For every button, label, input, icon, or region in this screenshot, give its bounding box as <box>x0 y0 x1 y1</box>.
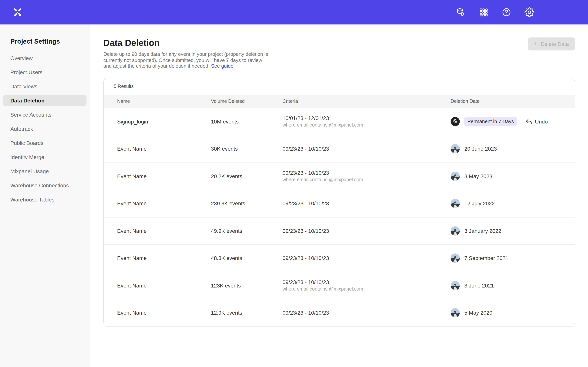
sidebar-item-identity-merge[interactable]: Identity Merge <box>3 151 86 163</box>
row-volume: 20.2K events <box>211 173 283 179</box>
row-volume: 123K events <box>211 283 283 289</box>
page-description-text: Delete up to 90 days data for any event … <box>103 51 268 69</box>
page-title: Data Deletion <box>103 38 575 48</box>
table-body: Signup_login 10M events 10/01/23 - 12/01… <box>104 108 575 326</box>
row-name: Event Name <box>117 310 211 316</box>
row-criteria-range: 09/23/23 - 10/10/23 <box>283 146 450 152</box>
sidebar-item-label: Data Deletion <box>10 98 45 104</box>
row-criteria: 09/23/23 - 10/10/23 <box>283 200 450 207</box>
sidebar-item-label: Warehouse Tables <box>10 197 54 203</box>
row-criteria-filter: where email contains @mixpanel.com <box>283 123 450 128</box>
row-volume: 239.3K events <box>211 200 283 207</box>
results-bar: 5 Results <box>104 78 575 95</box>
row-name: Event Name <box>117 255 211 261</box>
table-header-row: Name Volume Deleted Criteria Deletion Da… <box>104 95 575 108</box>
row-deletion-date-cell: 3 January 2022 <box>450 226 565 235</box>
row-criteria: 09/23/23 - 10/10/23 <box>283 255 450 261</box>
sidebar-item-data-views[interactable]: Data Views <box>3 81 86 92</box>
row-criteria-range: 10/01/23 - 12/01/23 <box>283 115 450 121</box>
sidebar-item-public-boards[interactable]: Public Boards <box>3 137 86 149</box>
sidebar-item-label: Overview <box>10 55 33 61</box>
sidebar-item-label: Data Views <box>10 83 37 90</box>
sidebar-item-data-deletion[interactable]: Data Deletion <box>3 95 86 106</box>
row-criteria-range: 09/23/23 - 10/10/23 <box>283 200 450 207</box>
table-row: Event Name 48.3K events 09/23/23 - 10/10… <box>104 245 575 272</box>
help-icon[interactable] <box>502 7 511 17</box>
sidebar-item-project-users[interactable]: Project Users <box>3 67 86 78</box>
apps-grid-icon[interactable] <box>478 7 488 17</box>
user-avatar-dark <box>450 117 460 126</box>
deletion-date: 12 July 2022 <box>464 200 495 207</box>
main-content: Data Deletion Delete up to 90 days data … <box>90 25 588 367</box>
table-row: Event Name 49.9K events 09/23/23 - 10/10… <box>104 217 575 245</box>
results-count: 5 Results <box>114 83 134 89</box>
data-management-icon[interactable] <box>456 7 466 17</box>
column-header-name: Name <box>117 99 211 104</box>
sidebar-item-overview[interactable]: Overview <box>3 52 86 64</box>
sidebar-item-label: Service Accounts <box>10 112 52 118</box>
undo-button[interactable]: Undo <box>525 118 548 125</box>
column-header-criteria: Criteria <box>283 99 450 104</box>
app-root: Project Settings Overview Project Users … <box>0 0 588 367</box>
row-deletion-date-cell: 20 June 2023 <box>450 144 565 153</box>
sidebar-item-label: Mixpanel Usage <box>10 168 49 174</box>
row-volume: 48.3K events <box>211 255 283 261</box>
sidebar-nav-list: Overview Project Users Data Views Data D… <box>0 52 90 205</box>
user-avatar <box>450 144 460 153</box>
user-avatar <box>450 172 460 181</box>
see-guide-link[interactable]: See guide <box>211 63 233 69</box>
permanent-badge: Permanent in 7 Days <box>464 117 517 126</box>
row-volume: 30K events <box>211 146 283 152</box>
table-row: Event Name 123K events 09/23/23 - 10/10/… <box>104 272 575 299</box>
table-row: Event Name 239.3K events 09/23/23 - 10/1… <box>104 190 575 217</box>
delete-data-button-label: Delete Data <box>541 41 569 47</box>
deletion-date: 3 January 2022 <box>464 228 501 234</box>
topbar-icon-group <box>456 7 534 17</box>
row-criteria-range: 09/23/23 - 10/10/23 <box>283 228 450 234</box>
settings-icon[interactable] <box>524 7 534 17</box>
row-criteria: 09/23/23 - 10/10/23 where email contains… <box>283 279 450 292</box>
sidebar-item-warehouse-connections[interactable]: Warehouse Connections <box>3 180 86 191</box>
row-criteria-filter: where email contains @mixpanel.com <box>283 177 450 183</box>
table-row: Signup_login 10M events 10/01/23 - 12/01… <box>104 108 575 135</box>
row-volume: 49.9K events <box>211 228 283 234</box>
page-description: Delete up to 90 days data for any event … <box>103 51 271 69</box>
deletion-date: 20 June 2023 <box>464 146 497 152</box>
row-deletion-date-cell: 3 May 2023 <box>450 172 565 181</box>
row-criteria: 09/23/23 - 10/10/23 <box>283 146 450 152</box>
table-row: Event Name 20.2K events 09/23/23 - 10/10… <box>104 163 575 190</box>
sidebar-item-mixpanel-usage[interactable]: Mixpanel Usage <box>3 166 86 177</box>
row-volume: 12.9K events <box>211 310 283 316</box>
sidebar-item-label: Public Boards <box>10 140 43 146</box>
sidebar-item-label: Warehouse Connections <box>10 182 69 188</box>
row-criteria: 09/23/23 - 10/10/23 <box>283 228 450 234</box>
deletion-date: 3 May 2023 <box>464 173 492 179</box>
row-criteria-filter: where email contains @mixpanel.com <box>283 286 450 292</box>
sidebar-item-label: Identity Merge <box>10 154 44 160</box>
row-criteria-range: 09/23/23 - 10/10/23 <box>283 279 450 285</box>
column-header-deletion-date: Deletion Date <box>450 99 565 104</box>
row-criteria: 09/23/23 - 10/10/23 where email contains… <box>283 170 450 183</box>
row-name: Event Name <box>117 173 211 179</box>
sidebar-item-label: Autotrack <box>10 126 33 132</box>
row-deletion-date-cell: 7 September 2021 <box>450 254 565 263</box>
plus-icon: + <box>534 41 537 47</box>
row-deletion-date-cell: 12 July 2022 <box>450 199 565 208</box>
topbar <box>0 0 588 25</box>
sidebar-item-autotrack[interactable]: Autotrack <box>3 123 86 134</box>
sidebar-nav: Overview Project Users Data Views Data D… <box>0 52 90 205</box>
delete-data-button[interactable]: + Delete Data <box>528 37 575 50</box>
row-criteria-range: 09/23/23 - 10/10/23 <box>283 170 450 176</box>
column-header-volume: Volume Deleted <box>211 99 283 104</box>
user-avatar <box>450 226 460 235</box>
row-deletion-date-cell: Permanent in 7 Days Undo <box>450 117 565 126</box>
sidebar-title: Project Settings <box>10 37 90 46</box>
sidebar-item-label: Project Users <box>10 69 43 75</box>
row-criteria-range: 09/23/23 - 10/10/23 <box>283 255 450 261</box>
sidebar-item-warehouse-tables[interactable]: Warehouse Tables <box>3 194 86 205</box>
table-row: Event Name 30K events 09/23/23 - 10/10/2… <box>104 135 575 163</box>
sidebar: Project Settings Overview Project Users … <box>0 25 90 367</box>
undo-label: Undo <box>535 118 548 125</box>
sidebar-item-service-accounts[interactable]: Service Accounts <box>3 109 86 120</box>
mixpanel-logo-icon[interactable] <box>13 7 23 17</box>
